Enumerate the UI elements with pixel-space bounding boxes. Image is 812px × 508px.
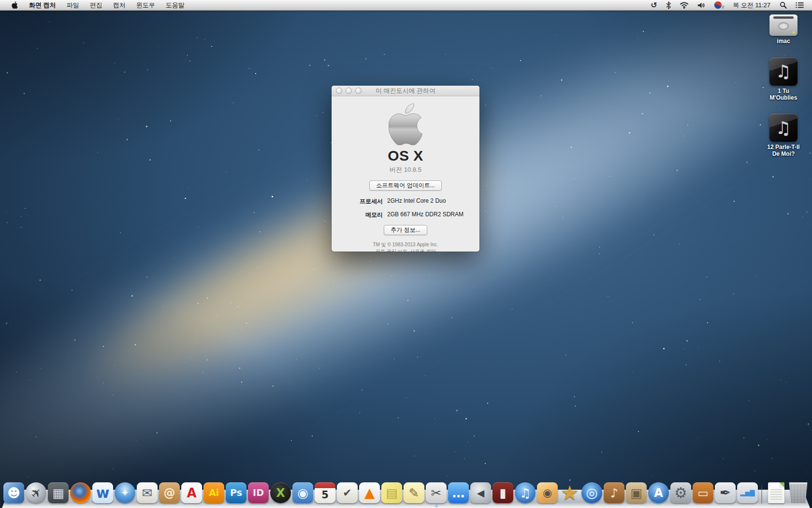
menu-item-5[interactable]: 도움말 (160, 0, 190, 10)
dock-item-calendar[interactable]: 5 (314, 482, 336, 504)
dock-item-firefox[interactable] (70, 482, 91, 504)
desktop-icon-column: imac♫1 TuM'Oublies♫12 Parle-T-IlDe Moi? (763, 15, 804, 170)
dock-item-itunes[interactable]: ♫ (514, 482, 536, 504)
dock-item-photoshop[interactable]: Ps (225, 482, 247, 504)
dock-item-mission-control[interactable]: ▦ (47, 482, 69, 504)
volume-icon[interactable] (694, 0, 709, 10)
dock-item-vlc[interactable]: ▲ (359, 482, 380, 504)
os-name: OS X (388, 148, 423, 164)
dock-item-trash[interactable] (787, 482, 809, 504)
dock-item-pages[interactable]: ✒ (714, 482, 736, 504)
desktop-icon-1-tu-m-oublies[interactable]: ♫1 TuM'Oublies (769, 58, 798, 102)
dock-item-word-document[interactable] (765, 482, 787, 504)
window-titlebar[interactable]: 이 매킨토시에 관하여 (332, 86, 479, 96)
apple-logo-large-icon (389, 104, 422, 145)
copyright-line2: 모든 권리 보유. 사용권 계약 (373, 248, 438, 252)
menu-item-2[interactable]: 편집 (85, 0, 108, 10)
music-icon: ♫ (769, 58, 798, 86)
dock-item-reminders[interactable]: ✔ (336, 482, 358, 504)
copyright-text: TM 및 © 1983-2013 Apple Inc. 모든 권리 보유. 사용… (373, 241, 438, 252)
dock-item-garageband[interactable]: ♪ (603, 482, 625, 504)
dock-item-imovie[interactable]: ★ (559, 482, 580, 504)
more-info-button[interactable]: 추가 정보... (384, 225, 427, 235)
processor-label: 프로세서 (336, 197, 383, 206)
memory-label: 메모리 (336, 211, 383, 219)
specs-table: 프로세서 2GHz Intel Core 2 Duo 메모리 2GB 667 M… (336, 197, 475, 219)
dock-item-acrobat-reader[interactable]: A (181, 482, 203, 504)
dock-item-grab[interactable]: ✂ (425, 482, 447, 504)
dock-item-app-store[interactable]: A (648, 482, 669, 504)
taegeuk-icon (714, 1, 722, 9)
close-button[interactable] (336, 88, 342, 94)
vignette (0, 0, 812, 508)
input-source-badge: 2 (722, 5, 724, 9)
dock-item-webhard-w[interactable]: w (92, 482, 114, 504)
window-controls (336, 88, 362, 94)
dock-item-toast[interactable]: ◉ (292, 482, 314, 504)
dock-separator (761, 482, 762, 504)
desktop-icon-imac[interactable]: imac (769, 15, 798, 45)
minimize-button[interactable] (346, 88, 352, 94)
about-this-mac-window[interactable]: 이 매킨토시에 관하여 OS X 버전 10.8.5 소프트웨어 업데이트...… (332, 86, 479, 252)
apple-menu[interactable] (6, 0, 24, 10)
window-body: OS X 버전 10.8.5 소프트웨어 업데이트... 프로세서 2GHz I… (332, 96, 479, 252)
window-title: 이 매킨토시에 관하여 (376, 87, 435, 95)
dock-item-system-preferences[interactable]: ⚙ (670, 482, 692, 504)
processor-value: 2GHz Intel Core 2 Duo (387, 197, 475, 206)
memory-value: 2GB 667 MHz DDR2 SDRAM (387, 211, 475, 219)
desktop-icon-label: 1 TuM'Oublies (770, 88, 798, 102)
menu-item-3[interactable]: 캡처 (108, 0, 131, 10)
dock-item-finder[interactable]: ☻ (3, 482, 25, 504)
wifi-icon[interactable] (676, 0, 692, 10)
dock-item-launchpad[interactable]: ✈ (25, 482, 47, 504)
desktop-icon-12-parle-t-il-de-moi[interactable]: ♫12 Parle-T-IlDe Moi? (767, 114, 799, 158)
dock-item-indesign[interactable]: ID (247, 482, 269, 504)
dock-item-iweb[interactable]: ▣ (625, 482, 647, 504)
menu-bar-status: ↺ 2 목 오전 11:27 (647, 0, 812, 10)
dock-item-safari[interactable]: ✦ (114, 482, 136, 504)
dock-item-idvd[interactable]: ◎ (581, 482, 603, 504)
dock-item-numbers[interactable]: ▂▅▇ (737, 482, 758, 504)
menu-item-4[interactable]: 윈도우 (131, 0, 160, 10)
notification-center-icon[interactable] (792, 0, 807, 10)
dock-item-iphoto[interactable]: ◉ (536, 482, 558, 504)
music-icon: ♫ (769, 114, 798, 142)
dock-item-notes[interactable]: ✎ (403, 482, 425, 504)
input-source-korean-icon[interactable]: 2 (711, 0, 727, 10)
dock-item-mail[interactable]: ✉ (136, 482, 158, 504)
menu-bar-left: 화면 캡처파일편집캡처윈도우도움말 (0, 0, 190, 10)
desktop-icon-label: imac (777, 38, 790, 45)
menu-bar: 화면 캡처파일편집캡처윈도우도움말 ↺ 2 목 오전 11:27 (0, 0, 812, 11)
bluetooth-icon[interactable] (663, 0, 674, 10)
copyright-line1: TM 및 © 1983-2013 Apple Inc. (373, 241, 438, 248)
dock-item-facetime[interactable]: ◀ (470, 482, 492, 504)
menu-item-0[interactable]: 화면 캡처 (24, 0, 61, 10)
spotlight-icon[interactable] (776, 0, 790, 10)
dock-item-quarkxpress[interactable]: X (270, 482, 291, 504)
os-version: 버전 10.8.5 (390, 165, 421, 174)
time-machine-icon[interactable]: ↺ (647, 0, 660, 10)
dock-icons: ☻✈▦w✦✉@AAiPsIDX◉5✔▲▤✎✂…◀▮♫◉★◎♪▣A⚙▭✒▂▅▇ (0, 482, 812, 504)
apple-logo-icon (12, 1, 18, 9)
desktop-wallpaper (0, 0, 812, 508)
harddisk-icon (769, 15, 798, 36)
dock-item-photo-booth[interactable]: ▮ (492, 482, 514, 504)
dock-item-contacts[interactable]: @ (159, 482, 180, 504)
running-indicator (435, 504, 438, 508)
menu-bar-clock[interactable]: 목 오전 11:27 (729, 1, 774, 10)
zoom-button[interactable] (355, 88, 362, 94)
dock-item-stickies[interactable]: ▤ (381, 482, 403, 504)
menu-item-1[interactable]: 파일 (61, 0, 85, 10)
dock-item-messages[interactable]: … (448, 482, 469, 504)
software-update-button[interactable]: 소프트웨어 업데이트... (369, 180, 441, 191)
desktop-icon-label: 12 Parle-T-IlDe Moi? (767, 144, 799, 158)
dock-item-illustrator[interactable]: Ai (203, 482, 225, 504)
dock-item-keynote[interactable]: ▭ (692, 482, 714, 504)
